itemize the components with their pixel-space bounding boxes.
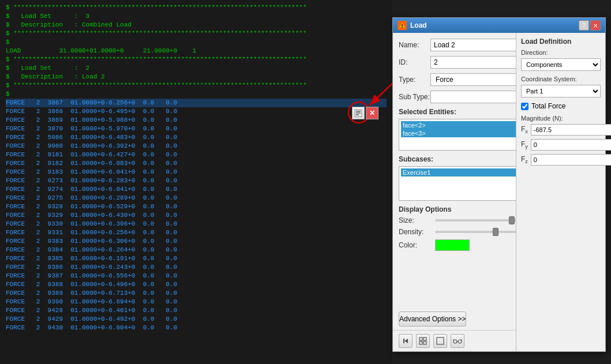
density-label: Density: bbox=[399, 228, 430, 236]
svg-rect-8 bbox=[402, 24, 403, 26]
dialog-controls: ? ✕ bbox=[579, 20, 601, 31]
advanced-options-button[interactable]: Advanced Options >> bbox=[399, 312, 466, 327]
id-label: ID: bbox=[399, 58, 430, 66]
code-line-24[interactable]: FORCE 2 9328 01.0000+0-6.529+0 0.0 0.0 bbox=[6, 202, 387, 211]
code-line-12[interactable]: FORCE 2 3867 01.0000+0-6.256+0 0.0 0.0 bbox=[6, 99, 387, 107]
right-panel: Load Definition Direction: Components Ve… bbox=[516, 33, 605, 308]
code-line-13[interactable]: FORCE 2 3868 01.0000+0-6.495+0 0.0 0.0 bbox=[6, 107, 387, 116]
magnitude-section: Magnitude (N): Fx Fy Fz bbox=[521, 115, 601, 166]
density-slider-thumb[interactable] bbox=[493, 228, 498, 236]
dialog-titlebar: Load ? ✕ bbox=[393, 18, 605, 33]
fz-row: Fz bbox=[521, 154, 601, 166]
svg-rect-5 bbox=[356, 112, 361, 114]
checkbox-icon-btn[interactable] bbox=[433, 334, 447, 348]
code-line-15[interactable]: FORCE 2 3870 01.0000+0-5.970+0 0.0 0.0 bbox=[6, 125, 387, 133]
fz-input[interactable] bbox=[531, 154, 605, 166]
type-label: Type: bbox=[399, 76, 430, 84]
code-line-30[interactable]: FORCE 2 9385 01.0000+0-6.191+0 0.0 0.0 bbox=[6, 254, 387, 263]
code-line-31[interactable]: FORCE 2 9386 01.0000+0-6.243+0 0.0 0.0 bbox=[6, 263, 387, 272]
code-line-35[interactable]: FORCE 2 9390 01.0000+0-6.694+0 0.0 0.0 bbox=[6, 298, 387, 306]
code-line-8: $ Load Set : 2 bbox=[6, 64, 387, 73]
code-line-10: $ **************************************… bbox=[6, 81, 387, 90]
total-force-label: Total Force bbox=[531, 102, 565, 110]
svg-point-17 bbox=[453, 340, 457, 343]
code-line-27[interactable]: FORCE 2 9331 01.0000+0-6.256+0 0.0 0.0 bbox=[6, 228, 387, 237]
grid-button[interactable] bbox=[416, 334, 430, 348]
code-line-23[interactable]: FORCE 2 9275 01.0000+0-6.289+0 0.0 0.0 bbox=[6, 194, 387, 202]
code-line-6: LOAD 31.0000+01.0000+0 21.0000+0 1 bbox=[6, 47, 387, 55]
code-line-18[interactable]: FORCE 2 9181 01.0000+0-6.427+0 0.0 0.0 bbox=[6, 151, 387, 159]
magnitude-label: Magnitude (N): bbox=[521, 115, 601, 122]
direction-label: Direction: bbox=[521, 49, 601, 56]
subtype-label: Sub Type: bbox=[399, 93, 430, 101]
fx-label: Fx bbox=[521, 125, 528, 134]
load-definition-title: Load Definition bbox=[521, 37, 601, 46]
svg-rect-16 bbox=[437, 337, 444, 344]
svg-point-18 bbox=[458, 340, 462, 343]
load-icon bbox=[398, 21, 407, 30]
code-line-16[interactable]: FORCE 2 5086 01.0000+0-6.483+0 0.0 0.0 bbox=[6, 133, 387, 142]
edit-icon-btn[interactable] bbox=[352, 107, 365, 119]
small-toolbar: ✕ bbox=[352, 107, 378, 119]
code-editor: $ **************************************… bbox=[0, 0, 392, 364]
load-dialog: Load ? ✕ Name: ID: Type: Force bbox=[392, 17, 606, 352]
code-line-32[interactable]: FORCE 2 9387 01.0000+0-6.556+0 0.0 0.0 bbox=[6, 272, 387, 280]
svg-rect-6 bbox=[356, 114, 359, 115]
coord-system-label: Coordinate System: bbox=[521, 76, 601, 82]
back-button[interactable] bbox=[399, 334, 413, 348]
code-line-5: $ bbox=[6, 38, 387, 47]
svg-rect-14 bbox=[419, 342, 422, 344]
code-line-37[interactable]: FORCE 2 9429 01.0000+0-6.492+0 0.0 0.0 bbox=[6, 315, 387, 324]
help-button[interactable]: ? bbox=[579, 20, 589, 31]
close-row-btn[interactable]: ✕ bbox=[366, 107, 378, 119]
direction-select[interactable]: Components Vector Nodal bbox=[521, 58, 601, 71]
code-line-20[interactable]: FORCE 2 9183 01.0000+0-6.041+0 0.0 0.0 bbox=[6, 168, 387, 177]
fy-row: Fy bbox=[521, 139, 601, 151]
dialog-title-text: Load bbox=[410, 21, 427, 29]
code-line-2: $ Load Set : 3 bbox=[6, 12, 387, 21]
bottom-icons bbox=[399, 334, 464, 348]
svg-rect-12 bbox=[419, 337, 422, 340]
code-line-29[interactable]: FORCE 2 9384 01.0000+0-6.264+0 0.0 0.0 bbox=[6, 246, 387, 254]
size-label: Size: bbox=[399, 216, 430, 224]
fz-label: Fz bbox=[521, 155, 528, 164]
svg-rect-11 bbox=[403, 339, 404, 343]
code-line-36[interactable]: FORCE 2 9428 01.0000+0-6.461+0 0.0 0.0 bbox=[6, 306, 387, 315]
fy-label: Fy bbox=[521, 140, 528, 149]
svg-rect-9 bbox=[402, 27, 403, 28]
color-label: Color: bbox=[399, 241, 430, 249]
fy-input[interactable] bbox=[531, 139, 605, 151]
svg-marker-10 bbox=[404, 339, 408, 343]
dialog-title-left: Load bbox=[398, 21, 427, 30]
color-picker[interactable] bbox=[435, 239, 470, 251]
fx-row: Fx bbox=[521, 124, 601, 136]
svg-rect-4 bbox=[356, 111, 361, 112]
code-line-3: $ Description : Combined Load bbox=[6, 21, 387, 29]
code-line-9: $ Description : Load 2 bbox=[6, 73, 387, 81]
code-line-22[interactable]: FORCE 2 9274 01.0000+0-6.041+0 0.0 0.0 bbox=[6, 185, 387, 194]
glasses-button[interactable] bbox=[451, 334, 464, 348]
code-line-11: $ bbox=[6, 90, 387, 99]
total-force-row: Total Force bbox=[521, 102, 601, 110]
dialog-close-button[interactable]: ✕ bbox=[590, 20, 601, 31]
code-line-19[interactable]: FORCE 2 9182 01.0000+0-6.083+0 0.0 0.0 bbox=[6, 159, 387, 168]
coord-system-select[interactable]: Part 1 Global bbox=[521, 85, 601, 97]
code-line-26[interactable]: FORCE 2 9330 01.0000+0-6.396+0 0.0 0.0 bbox=[6, 220, 387, 228]
code-line-14[interactable]: FORCE 2 3869 01.0000+0-5.988+0 0.0 0.0 bbox=[6, 116, 387, 125]
code-line-17[interactable]: FORCE 2 9060 01.0000+0-6.392+0 0.0 0.0 bbox=[6, 142, 387, 151]
code-line-38[interactable]: FORCE 2 9430 01.0000+0-6.604+0 0.0 0.0 bbox=[6, 324, 387, 332]
code-line-4: $ **************************************… bbox=[6, 29, 387, 38]
svg-rect-13 bbox=[423, 337, 426, 340]
code-line-25[interactable]: FORCE 2 9329 01.0000+0-6.430+0 0.0 0.0 bbox=[6, 211, 387, 220]
code-line-34[interactable]: FORCE 2 9389 01.0000+0-6.713+0 0.0 0.0 bbox=[6, 289, 387, 298]
code-line-1: $ **************************************… bbox=[6, 3, 387, 12]
code-line-28[interactable]: FORCE 2 9383 01.0000+0-6.306+0 0.0 0.0 bbox=[6, 237, 387, 246]
dialog-body: Name: ID: Type: Force Moment Pressure Gr… bbox=[393, 33, 605, 308]
code-line-33[interactable]: FORCE 2 9388 01.0000+0-6.496+0 0.0 0.0 bbox=[6, 280, 387, 289]
code-line-7: $ **************************************… bbox=[6, 55, 387, 64]
name-label: Name: bbox=[399, 41, 430, 49]
fx-input[interactable] bbox=[531, 124, 605, 136]
size-slider-thumb[interactable] bbox=[509, 216, 515, 224]
code-line-21[interactable]: FORCE 2 9273 01.0000+0-6.283+0 0.0 0.0 bbox=[6, 177, 387, 185]
total-force-checkbox[interactable] bbox=[521, 103, 528, 110]
